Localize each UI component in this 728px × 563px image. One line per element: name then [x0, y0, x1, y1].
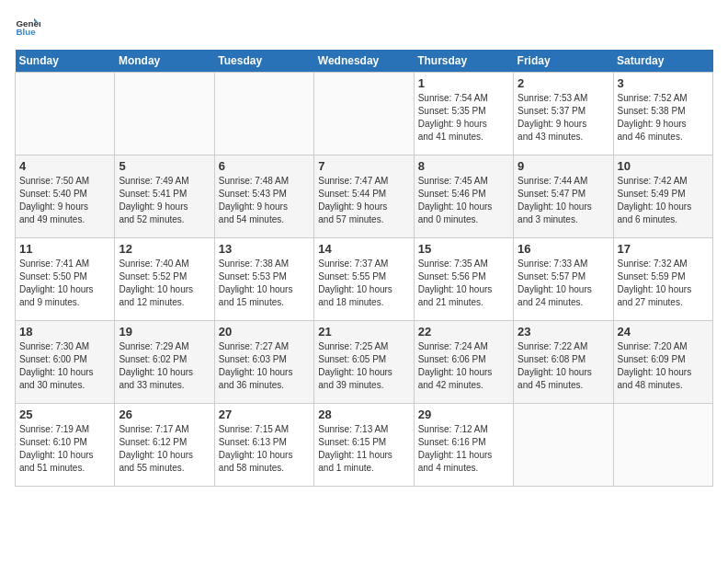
day-info: Sunrise: 7:38 AM Sunset: 5:53 PM Dayligh…	[219, 258, 310, 309]
day-cell: 18Sunrise: 7:30 AM Sunset: 6:00 PM Dayli…	[16, 321, 115, 404]
day-info: Sunrise: 7:24 AM Sunset: 6:06 PM Dayligh…	[418, 340, 509, 392]
day-cell: 1Sunrise: 7:54 AM Sunset: 5:35 PM Daylig…	[414, 73, 513, 155]
day-number: 12	[119, 242, 210, 256]
day-cell: 25Sunrise: 7:19 AM Sunset: 6:10 PM Dayli…	[16, 404, 115, 487]
day-info: Sunrise: 7:27 AM Sunset: 6:03 PM Dayligh…	[219, 340, 310, 392]
day-cell: 11Sunrise: 7:41 AM Sunset: 5:50 PM Dayli…	[16, 238, 115, 321]
day-number: 5	[119, 159, 210, 173]
header: General Blue	[15, 15, 713, 40]
day-number: 18	[19, 325, 110, 339]
day-cell: 23Sunrise: 7:22 AM Sunset: 6:08 PM Dayli…	[514, 321, 613, 404]
day-cell: 6Sunrise: 7:48 AM Sunset: 5:43 PM Daylig…	[214, 155, 313, 238]
day-number: 9	[518, 159, 609, 173]
day-info: Sunrise: 7:48 AM Sunset: 5:43 PM Dayligh…	[219, 175, 310, 226]
day-number: 17	[618, 242, 709, 256]
day-cell	[214, 73, 313, 155]
day-info: Sunrise: 7:30 AM Sunset: 6:00 PM Dayligh…	[19, 340, 110, 392]
week-row-1: 1Sunrise: 7:54 AM Sunset: 5:35 PM Daylig…	[16, 73, 713, 155]
day-info: Sunrise: 7:50 AM Sunset: 5:40 PM Dayligh…	[19, 175, 110, 226]
day-cell: 20Sunrise: 7:27 AM Sunset: 6:03 PM Dayli…	[214, 321, 313, 404]
weekday-header-monday: Monday	[115, 50, 214, 73]
day-number: 16	[518, 242, 609, 256]
logo-icon: General Blue	[15, 15, 40, 40]
day-number: 11	[19, 242, 110, 256]
day-info: Sunrise: 7:25 AM Sunset: 6:05 PM Dayligh…	[318, 340, 409, 392]
day-cell	[613, 404, 712, 487]
weekday-header-wednesday: Wednesday	[314, 50, 414, 73]
day-cell: 8Sunrise: 7:45 AM Sunset: 5:46 PM Daylig…	[414, 155, 513, 238]
logo: General Blue	[15, 15, 44, 40]
day-cell: 10Sunrise: 7:42 AM Sunset: 5:49 PM Dayli…	[613, 155, 712, 238]
day-info: Sunrise: 7:33 AM Sunset: 5:57 PM Dayligh…	[518, 258, 609, 309]
day-cell: 4Sunrise: 7:50 AM Sunset: 5:40 PM Daylig…	[16, 155, 115, 238]
day-number: 19	[119, 325, 210, 339]
day-cell	[514, 404, 613, 487]
day-cell: 14Sunrise: 7:37 AM Sunset: 5:55 PM Dayli…	[314, 238, 414, 321]
day-info: Sunrise: 7:20 AM Sunset: 6:09 PM Dayligh…	[618, 340, 709, 392]
day-cell	[115, 73, 214, 155]
day-info: Sunrise: 7:49 AM Sunset: 5:41 PM Dayligh…	[119, 175, 210, 226]
day-cell: 26Sunrise: 7:17 AM Sunset: 6:12 PM Dayli…	[115, 404, 214, 487]
day-number: 28	[318, 408, 409, 421]
day-cell: 12Sunrise: 7:40 AM Sunset: 5:52 PM Dayli…	[115, 238, 214, 321]
day-info: Sunrise: 7:12 AM Sunset: 6:16 PM Dayligh…	[418, 423, 509, 475]
day-cell: 27Sunrise: 7:15 AM Sunset: 6:13 PM Dayli…	[214, 404, 313, 487]
day-number: 15	[418, 242, 509, 256]
day-number: 1	[418, 76, 509, 90]
day-info: Sunrise: 7:40 AM Sunset: 5:52 PM Dayligh…	[119, 258, 210, 309]
week-row-4: 18Sunrise: 7:30 AM Sunset: 6:00 PM Dayli…	[16, 321, 713, 404]
day-cell: 7Sunrise: 7:47 AM Sunset: 5:44 PM Daylig…	[314, 155, 414, 238]
day-info: Sunrise: 7:32 AM Sunset: 5:59 PM Dayligh…	[618, 258, 709, 309]
day-number: 21	[318, 325, 409, 339]
day-cell: 17Sunrise: 7:32 AM Sunset: 5:59 PM Dayli…	[613, 238, 712, 321]
day-info: Sunrise: 7:44 AM Sunset: 5:47 PM Dayligh…	[518, 175, 609, 226]
day-info: Sunrise: 7:17 AM Sunset: 6:12 PM Dayligh…	[119, 423, 210, 475]
day-cell: 24Sunrise: 7:20 AM Sunset: 6:09 PM Dayli…	[613, 321, 712, 404]
day-number: 7	[318, 159, 409, 173]
day-number: 22	[418, 325, 509, 339]
weekday-header-thursday: Thursday	[414, 50, 513, 73]
day-info: Sunrise: 7:52 AM Sunset: 5:38 PM Dayligh…	[618, 92, 709, 144]
day-info: Sunrise: 7:29 AM Sunset: 6:02 PM Dayligh…	[119, 340, 210, 392]
day-info: Sunrise: 7:42 AM Sunset: 5:49 PM Dayligh…	[618, 175, 709, 226]
day-cell: 19Sunrise: 7:29 AM Sunset: 6:02 PM Dayli…	[115, 321, 214, 404]
week-row-5: 25Sunrise: 7:19 AM Sunset: 6:10 PM Dayli…	[16, 404, 713, 487]
day-number: 10	[618, 159, 709, 173]
day-number: 6	[219, 159, 310, 173]
day-cell: 29Sunrise: 7:12 AM Sunset: 6:16 PM Dayli…	[414, 404, 513, 487]
weekday-header-saturday: Saturday	[613, 50, 712, 73]
day-cell: 9Sunrise: 7:44 AM Sunset: 5:47 PM Daylig…	[514, 155, 613, 238]
day-cell: 16Sunrise: 7:33 AM Sunset: 5:57 PM Dayli…	[514, 238, 613, 321]
day-number: 14	[318, 242, 409, 256]
day-info: Sunrise: 7:47 AM Sunset: 5:44 PM Dayligh…	[318, 175, 409, 226]
day-number: 23	[518, 325, 609, 339]
day-number: 13	[219, 242, 310, 256]
day-info: Sunrise: 7:45 AM Sunset: 5:46 PM Dayligh…	[418, 175, 509, 226]
day-info: Sunrise: 7:15 AM Sunset: 6:13 PM Dayligh…	[219, 423, 310, 475]
day-cell: 13Sunrise: 7:38 AM Sunset: 5:53 PM Dayli…	[214, 238, 313, 321]
calendar-table: SundayMondayTuesdayWednesdayThursdayFrid…	[15, 50, 713, 487]
svg-text:Blue: Blue	[16, 27, 36, 37]
day-number: 2	[518, 76, 609, 90]
day-info: Sunrise: 7:37 AM Sunset: 5:55 PM Dayligh…	[318, 258, 409, 309]
day-number: 27	[219, 408, 310, 421]
day-cell: 3Sunrise: 7:52 AM Sunset: 5:38 PM Daylig…	[613, 73, 712, 155]
day-number: 20	[219, 325, 310, 339]
weekday-header-friday: Friday	[514, 50, 613, 73]
day-number: 25	[19, 408, 110, 421]
day-number: 8	[418, 159, 509, 173]
day-info: Sunrise: 7:13 AM Sunset: 6:15 PM Dayligh…	[318, 423, 409, 475]
day-cell: 2Sunrise: 7:53 AM Sunset: 5:37 PM Daylig…	[514, 73, 613, 155]
weekday-header-sunday: Sunday	[16, 50, 115, 73]
day-info: Sunrise: 7:54 AM Sunset: 5:35 PM Dayligh…	[418, 92, 509, 144]
week-row-3: 11Sunrise: 7:41 AM Sunset: 5:50 PM Dayli…	[16, 238, 713, 321]
week-row-2: 4Sunrise: 7:50 AM Sunset: 5:40 PM Daylig…	[16, 155, 713, 238]
day-info: Sunrise: 7:53 AM Sunset: 5:37 PM Dayligh…	[518, 92, 609, 144]
day-cell: 15Sunrise: 7:35 AM Sunset: 5:56 PM Dayli…	[414, 238, 513, 321]
day-cell: 21Sunrise: 7:25 AM Sunset: 6:05 PM Dayli…	[314, 321, 414, 404]
day-cell: 5Sunrise: 7:49 AM Sunset: 5:41 PM Daylig…	[115, 155, 214, 238]
day-cell: 22Sunrise: 7:24 AM Sunset: 6:06 PM Dayli…	[414, 321, 513, 404]
day-number: 26	[119, 408, 210, 421]
day-info: Sunrise: 7:22 AM Sunset: 6:08 PM Dayligh…	[518, 340, 609, 392]
weekday-header-tuesday: Tuesday	[214, 50, 313, 73]
